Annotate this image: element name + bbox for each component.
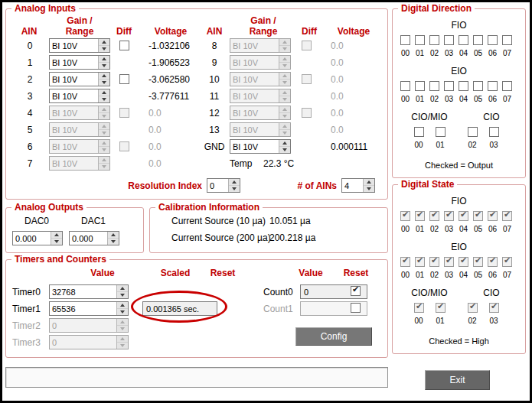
down-arrow-icon[interactable] [108, 239, 119, 245]
col-header-voltage: Voltage [136, 26, 205, 37]
spinner-buttons[interactable] [51, 232, 62, 245]
up-arrow-icon[interactable] [108, 232, 119, 239]
diff-checkbox[interactable] [119, 74, 129, 84]
down-arrow-icon[interactable] [117, 309, 128, 315]
down-arrow-icon[interactable] [51, 239, 62, 245]
down-arrow-icon[interactable] [117, 292, 128, 298]
count1-reset-checkbox[interactable] [351, 303, 361, 313]
down-arrow-icon[interactable] [364, 186, 374, 192]
down-arrow-icon[interactable] [99, 80, 109, 86]
exit-button[interactable]: Exit [425, 370, 490, 390]
col-header-scaled: Scaled [149, 268, 202, 278]
config-button[interactable]: Config [295, 327, 372, 346]
up-arrow-icon[interactable] [364, 179, 374, 186]
fio-checkbox[interactable] [429, 35, 439, 45]
gain-range-spinner[interactable]: BI 10V [49, 55, 110, 70]
bit-label: 01 [413, 95, 427, 103]
eio-checkbox[interactable] [400, 81, 410, 91]
num-ains-spinner[interactable]: 4 [341, 178, 375, 193]
fio-checkbox[interactable] [502, 35, 512, 45]
spinner-value: BI 10V [230, 140, 279, 153]
gain-range-spinner[interactable]: BI 10V [49, 89, 110, 103]
down-arrow-icon [279, 113, 290, 119]
up-arrow-icon[interactable] [99, 56, 109, 63]
spinner-buttons [279, 39, 290, 52]
gain-range-spinner: BI 10V [230, 38, 291, 53]
fio-checkbox[interactable] [444, 35, 454, 45]
fio-checkbox[interactable] [473, 35, 483, 45]
fio-checkbox[interactable] [400, 35, 410, 45]
col-header-range: Range [233, 26, 294, 37]
down-arrow-icon[interactable] [99, 63, 109, 69]
spinner-buttons[interactable] [98, 39, 109, 52]
spinner-buttons[interactable] [107, 232, 119, 245]
timer1-spinner[interactable]: 65536 [49, 301, 129, 316]
down-arrow-icon[interactable] [99, 46, 109, 52]
bit-label: 03 [483, 317, 504, 325]
eio-state-checkbox [429, 257, 439, 267]
ain-number: 1 [11, 57, 49, 68]
down-arrow-icon[interactable] [99, 96, 109, 102]
spinner-value: BI 10V [230, 123, 279, 136]
eio-checkbox[interactable] [415, 81, 425, 91]
gain-range-spinner[interactable]: BI 10V [49, 72, 110, 86]
eio-state-checkbox [488, 257, 498, 267]
spinner-buttons[interactable] [228, 179, 240, 192]
bit-label: 02 [427, 225, 442, 233]
eio-checkbox[interactable] [473, 81, 483, 91]
spinner-value: 4 [342, 179, 363, 192]
eio-checkbox[interactable] [502, 81, 512, 91]
cal-label: Current Source (200 µa) [171, 232, 271, 243]
up-arrow-icon[interactable] [117, 302, 128, 309]
fio-checkbox[interactable] [488, 35, 498, 45]
temp-value: 22.3 °C [263, 158, 294, 169]
fio-checkbox[interactable] [415, 35, 425, 45]
up-arrow-icon[interactable] [99, 89, 109, 96]
cio-checkbox[interactable] [414, 127, 424, 137]
eio-checkbox[interactable] [444, 81, 454, 91]
resolution-index-spinner[interactable]: 0 [207, 178, 240, 193]
dac1-spinner[interactable]: 0.000 [69, 231, 119, 245]
spinner-buttons [279, 106, 290, 119]
spinner-buttons[interactable] [279, 140, 290, 153]
ain-number: 6 [11, 141, 49, 152]
spinner-buttons[interactable] [116, 285, 128, 298]
eio-checkbox[interactable] [459, 81, 468, 91]
gain-range-spinner[interactable]: BI 10V [230, 139, 291, 154]
down-arrow-icon[interactable] [279, 147, 290, 153]
cio-checkbox[interactable] [489, 127, 499, 137]
spinner-buttons[interactable] [363, 179, 374, 192]
bit-label: 01 [413, 271, 427, 279]
fio-checkbox[interactable] [459, 35, 468, 45]
dac0-spinner[interactable]: 0.000 [12, 231, 63, 245]
eio-label: EIO [393, 66, 525, 76]
spinner-buttons[interactable] [98, 89, 109, 102]
ain-row: 5 BI 10V 0.0 [11, 122, 216, 137]
app-window: Analog Inputs AIN Gain / Range Diff Volt… [0, 0, 532, 403]
down-arrow-icon[interactable] [229, 186, 240, 192]
timer0-spinner[interactable]: 32768 [49, 284, 129, 299]
up-arrow-icon [279, 106, 290, 113]
cio-checkbox[interactable] [468, 127, 478, 137]
up-arrow-icon[interactable] [117, 285, 128, 292]
spinner-buttons[interactable] [98, 56, 109, 69]
bit-label: 02 [427, 271, 442, 279]
up-arrow-icon[interactable] [99, 73, 109, 80]
spinner-buttons[interactable] [98, 73, 109, 86]
diff-cell [291, 108, 321, 118]
eio-checkbox[interactable] [429, 81, 439, 91]
up-arrow-icon[interactable] [229, 179, 240, 186]
eio-checkbox[interactable] [488, 81, 498, 91]
spinner-buttons[interactable] [116, 302, 128, 315]
diff-checkbox[interactable] [119, 41, 129, 50]
count0-reset-checkbox[interactable] [351, 286, 361, 296]
gain-range-spinner[interactable]: BI 10V [49, 38, 110, 53]
group-title-analog-outputs: Analog Outputs [11, 202, 86, 213]
up-arrow-icon[interactable] [279, 140, 290, 147]
spinner-buttons [98, 106, 109, 119]
cio-checkbox[interactable] [436, 127, 446, 137]
up-arrow-icon[interactable] [99, 39, 109, 46]
cio-label: CIO [465, 288, 518, 298]
bit-label: 04 [456, 225, 471, 233]
up-arrow-icon[interactable] [51, 232, 62, 239]
